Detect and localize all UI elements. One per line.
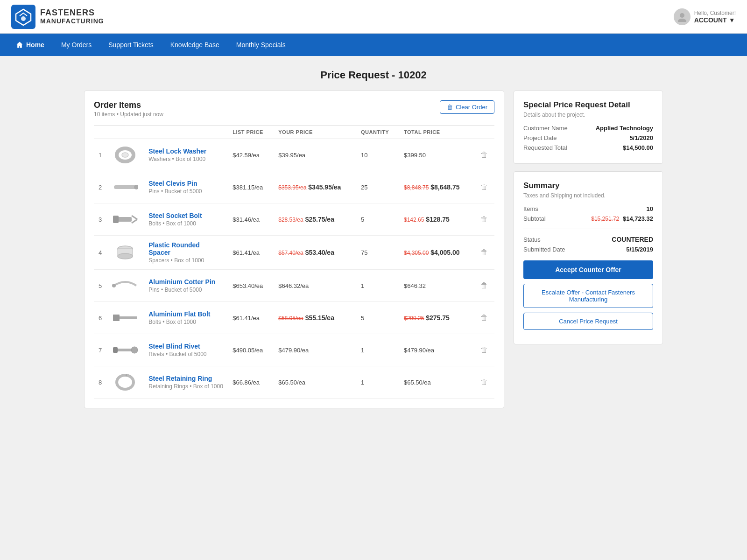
nav-support-tickets[interactable]: Support Tickets	[100, 34, 162, 56]
order-title: Order Items	[94, 100, 163, 110]
item-name[interactable]: Aluminium Cotter Pin	[148, 278, 223, 286]
customer-name-value: Applied Technology	[596, 125, 653, 132]
submitted-date-row: Submitted Date 5/15/2019	[523, 246, 653, 253]
order-subtitle: 10 items • Updated just now	[94, 111, 163, 118]
project-date-row: Project Date 5/1/2020	[523, 134, 653, 141]
item-info: Aluminium Cotter Pin Pins • Bucket of 50…	[144, 270, 228, 302]
item-info: Steel Retaining Ring Retaining Rings • B…	[144, 366, 228, 399]
table-row: 4 Plastic Rounded Spacer Spacers • Box o…	[94, 236, 494, 270]
item-quantity: 5	[356, 203, 399, 236]
accept-counter-offer-button[interactable]: Accept Counter Offer	[523, 260, 653, 279]
logo-text: FASTENERS MANUFACTURING	[40, 8, 104, 25]
special-price-detail-card: Special Price Request Detail Details abo…	[514, 91, 663, 164]
svg-line-10	[132, 216, 137, 219]
subtotal-row: Subtotal $15,251.72 $14,723.32	[523, 215, 653, 222]
cancel-price-request-button[interactable]: Cancel Price Request	[523, 313, 653, 330]
delete-item-button[interactable]: 🗑	[479, 149, 490, 161]
item-your-price: $353.95/ea$345.95/ea	[274, 171, 356, 203]
requested-total-value: $14,500.00	[623, 144, 653, 151]
item-name[interactable]: Aluminium Flat Bolt	[148, 310, 223, 318]
escalate-offer-button[interactable]: Escalate Offer - Contact Fasteners Manuf…	[523, 284, 653, 308]
account-label: ACCOUNT ▼	[694, 16, 735, 24]
svg-point-1	[21, 16, 26, 21]
table-row: 8 Steel Retaining Ring Retaining Rings •…	[94, 366, 494, 399]
nav-monthly-specials[interactable]: Monthly Specials	[228, 34, 294, 56]
item-name[interactable]: Plastic Rounded Spacer	[148, 241, 223, 256]
item-your-price: $28.53/ea$25.75/ea	[274, 203, 356, 236]
brand-name-top: FASTENERS	[40, 8, 104, 18]
item-delete-cell: 🗑	[474, 236, 494, 270]
trash-icon: 🗑	[447, 104, 453, 111]
item-number: 2	[94, 171, 106, 203]
item-info: Steel Socket Bolt Bolts • Box of 1000	[144, 203, 228, 236]
col-your-price: YOUR PRICE	[274, 126, 356, 139]
status-label: Status	[523, 236, 541, 243]
customer-name-label: Customer Name	[523, 125, 568, 132]
table-row: 2 Steel Clevis Pin Pins • Bucket of 5000…	[94, 171, 494, 203]
item-total: $646.32	[399, 270, 474, 302]
project-date-value: 5/1/2020	[629, 134, 653, 141]
item-number: 6	[94, 302, 106, 334]
delete-item-button[interactable]: 🗑	[479, 213, 490, 225]
table-row: 3 Steel Socket Bolt Bolts • Box of 1000 …	[94, 203, 494, 236]
delete-item-button[interactable]: 🗑	[479, 181, 490, 193]
item-your-price: $58.05/ea$55.15/ea	[274, 302, 356, 334]
account-text: Hello, Customer! ACCOUNT ▼	[694, 10, 736, 24]
item-name[interactable]: Steel Lock Washer	[148, 147, 223, 155]
delete-item-button[interactable]: 🗑	[479, 344, 490, 356]
item-name[interactable]: Steel Retaining Ring	[148, 375, 223, 382]
item-image	[106, 302, 144, 334]
item-your-price: $65.50/ea	[274, 366, 356, 399]
items-label: Items	[523, 205, 538, 212]
brand-name-bottom: MANUFACTURING	[40, 18, 104, 25]
item-info: Steel Blind Rivet Rivets • Bucket of 500…	[144, 334, 228, 366]
nav-my-orders[interactable]: My Orders	[53, 34, 100, 56]
item-image	[106, 366, 144, 399]
summary-subtitle: Taxes and Shipping not included.	[523, 192, 653, 199]
item-name[interactable]: Steel Clevis Pin	[148, 180, 223, 187]
item-image	[106, 236, 144, 270]
nav-knowledge-base[interactable]: Knowledge Base	[162, 34, 228, 56]
item-quantity: 1	[356, 334, 399, 366]
requested-total-label: Requested Total	[523, 144, 567, 151]
item-info: Aluminium Flat Bolt Bolts • Box of 1000	[144, 302, 228, 334]
item-delete-cell: 🗑	[474, 203, 494, 236]
item-delete-cell: 🗑	[474, 302, 494, 334]
item-name[interactable]: Steel Blind Rivet	[148, 343, 223, 350]
item-image	[106, 334, 144, 366]
svg-point-3	[678, 19, 686, 22]
item-your-price: $39.95/ea	[274, 139, 356, 171]
delete-item-button[interactable]: 🗑	[479, 312, 490, 324]
main-content: Order Items 10 items • Updated just now …	[75, 91, 672, 422]
item-delete-cell: 🗑	[474, 334, 494, 366]
item-list-price: $66.86/ea	[228, 366, 274, 399]
nav-home[interactable]: Home	[7, 34, 53, 56]
item-image	[106, 270, 144, 302]
subtotal-new: $14,723.32	[623, 215, 653, 222]
delete-item-button[interactable]: 🗑	[479, 376, 490, 388]
item-list-price: $42.59/ea	[228, 139, 274, 171]
requested-total-row: Requested Total $14,500.00	[523, 144, 653, 151]
item-total: $65.50/ea	[399, 366, 474, 399]
page-title-area: Price Request - 10202	[0, 56, 747, 91]
svg-point-14	[118, 253, 133, 259]
clear-order-button[interactable]: 🗑 Clear Order	[440, 100, 494, 114]
table-row: 5 Aluminium Cotter Pin Pins • Bucket of …	[94, 270, 494, 302]
account-area[interactable]: Hello, Customer! ACCOUNT ▼	[674, 8, 736, 25]
delete-item-button[interactable]: 🗑	[479, 246, 490, 259]
item-your-price: $57.40/ea$53.40/ea	[274, 236, 356, 270]
status-value: COUNTERED	[612, 236, 653, 243]
item-list-price: $61.41/ea	[228, 236, 274, 270]
order-header: Order Items 10 items • Updated just now …	[94, 100, 494, 118]
item-name[interactable]: Steel Socket Bolt	[148, 212, 223, 219]
item-number: 4	[94, 236, 106, 270]
order-panel: Order Items 10 items • Updated just now …	[84, 91, 504, 408]
item-total: $8,848.75 $8,648.75	[399, 171, 474, 203]
svg-point-2	[680, 13, 684, 18]
home-icon	[16, 41, 23, 49]
svg-line-11	[132, 219, 137, 223]
table-row: 7 Steel Blind Rivet Rivets • Bucket of 5…	[94, 334, 494, 366]
table-header-row: LIST PRICE YOUR PRICE QUANTITY TOTAL PRI…	[94, 126, 494, 139]
col-total-price: TOTAL PRICE	[399, 126, 474, 139]
delete-item-button[interactable]: 🗑	[479, 280, 490, 292]
